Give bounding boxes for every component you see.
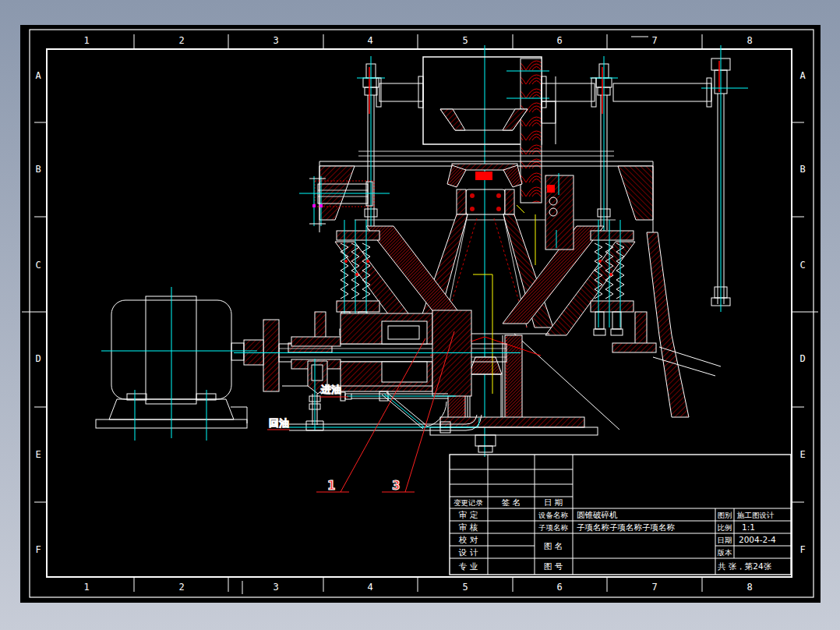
zone-letter: F [799, 544, 805, 555]
zone-letter: C [35, 260, 41, 271]
tb-approved: 审 定 [459, 510, 478, 519]
tb-date-header: 日 期 [544, 497, 563, 507]
callout-1: 1 [327, 479, 335, 493]
zone-letter: A [35, 70, 41, 81]
zone-letter: E [35, 449, 41, 460]
tb-scale-label: 比例 [718, 523, 732, 532]
shaft-top-red-block [475, 172, 492, 180]
zone-number: 7 [651, 582, 657, 593]
zone-number: 3 [273, 582, 278, 593]
magenta-marker [319, 204, 323, 207]
oil-return-label: 回油 [269, 417, 289, 429]
zone-letter: F [35, 544, 41, 555]
oil-inlet-label: 进油 [320, 384, 341, 395]
zone-letter: D [799, 353, 805, 364]
tb-drawing-no-label: 图 号 [544, 561, 563, 571]
tb-proofread: 校 对 [458, 535, 478, 544]
zone-number: 3 [273, 35, 278, 46]
zone-number: 8 [746, 35, 752, 46]
tb-version-label: 版本 [718, 548, 733, 557]
zone-number: 8 [746, 582, 752, 593]
tb-drawing-name-label: 图 名 [544, 541, 563, 550]
tb-category-label: 图别 [718, 511, 732, 519]
zone-number: 6 [556, 582, 562, 593]
zone-number: 7 [651, 35, 657, 46]
tb-designed: 设 计 [458, 547, 478, 557]
tb-equipment-name: 圆锥破碎机 [577, 510, 618, 519]
tb-scale: 1:1 [742, 522, 755, 532]
zone-number: 5 [462, 582, 468, 593]
callout-3: 3 [392, 479, 400, 493]
tb-change-record: 变更记录 [454, 498, 484, 507]
tb-category: 施工图设计 [736, 511, 775, 519]
zone-number: 5 [462, 35, 468, 46]
tb-sheet-info: 共 张，第24张 [718, 561, 772, 571]
zone-letter: A [799, 70, 806, 81]
tb-date: 2004-2-4 [739, 535, 776, 544]
magenta-marker [312, 204, 316, 207]
zone-letter: E [799, 449, 805, 460]
adjusting-mechanism [545, 173, 574, 250]
zone-number: 4 [367, 582, 372, 593]
zone-number: 2 [178, 35, 184, 46]
tb-subitem-label: 子项名称 [538, 523, 569, 532]
zone-number: 1 [83, 35, 89, 46]
zone-number: 6 [556, 35, 562, 46]
zone-number: 2 [178, 582, 184, 593]
zone-number: 4 [367, 35, 372, 46]
zone-letter: B [35, 164, 41, 175]
tb-checked: 审 核 [459, 522, 478, 532]
zone-number: 1 [83, 582, 89, 593]
zone-letter: C [799, 260, 805, 271]
tb-equipment-label: 设备名称 [538, 511, 569, 519]
tb-signature: 签 名 [502, 497, 521, 507]
tb-specialty: 专 业 [459, 561, 478, 571]
zone-letter: B [799, 164, 805, 175]
drawing-sheet: 1 2 3 4 5 6 7 8 1 2 3 4 5 6 7 8 A B C D … [0, 0, 840, 630]
zone-letter: D [35, 353, 41, 364]
tb-subitem-name: 子项名称子项名称子项名称 [577, 522, 676, 532]
cad-viewport: 1 2 3 4 5 6 7 8 1 2 3 4 5 6 7 8 A B C D … [0, 0, 840, 630]
tb-date-label: 日期 [718, 536, 732, 544]
